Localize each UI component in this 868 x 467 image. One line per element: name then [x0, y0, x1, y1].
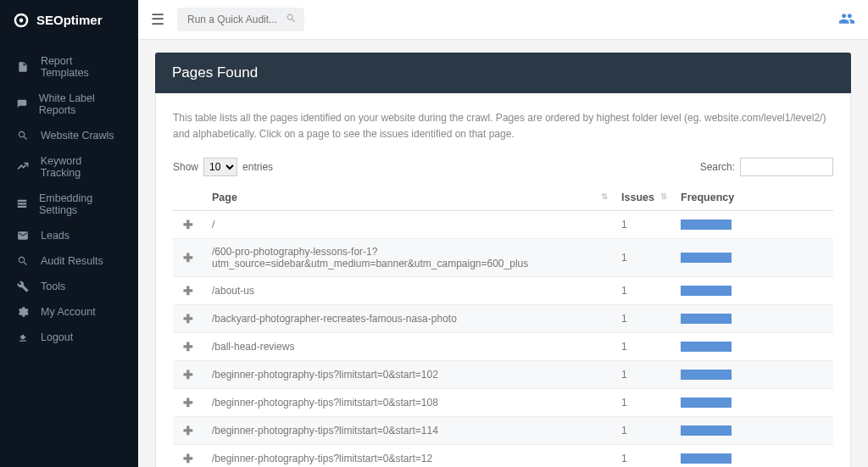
my-account-icon [15, 306, 31, 318]
sidebar-item-my-account[interactable]: My Account [0, 299, 138, 325]
cell-issues: 1 [613, 417, 672, 445]
cell-frequency [672, 239, 833, 277]
logo-icon [13, 12, 30, 29]
sidebar-item-label: Report Templates [41, 55, 123, 79]
website-crawls-icon [15, 130, 31, 142]
cell-page: /backyard-photographer-recreates-famous-… [203, 305, 613, 333]
page-title: Pages Found [155, 53, 851, 93]
page-size-select[interactable]: 10 [203, 158, 237, 176]
table-row[interactable]: ✚/1 [173, 211, 833, 239]
cell-frequency [672, 361, 833, 389]
cell-frequency [672, 211, 833, 239]
sidebar-item-keyword-tracking[interactable]: Keyword Tracking [0, 148, 138, 186]
table-row[interactable]: ✚/about-us1 [173, 277, 833, 305]
sidebar-item-label: Website Crawls [41, 130, 114, 142]
table-row[interactable]: ✚/beginner-photography-tips?limitstart=0… [173, 389, 833, 417]
cell-page: /ball-head-reviews [203, 333, 613, 361]
frequency-bar [681, 314, 732, 324]
col-issues[interactable]: Issues [613, 185, 672, 211]
table-row[interactable]: ✚/600-pro-photography-lessons-for-1?utm_… [173, 239, 833, 277]
frequency-bar [681, 220, 732, 230]
expand-row-icon[interactable]: ✚ [183, 251, 193, 264]
frequency-bar [681, 253, 732, 263]
users-icon[interactable] [838, 10, 855, 30]
tools-icon [15, 281, 31, 292]
expand-row-icon[interactable]: ✚ [183, 368, 193, 381]
sidebar-item-label: Tools [41, 281, 65, 292]
white-label-reports-icon [15, 98, 29, 110]
logo-text: SEOptimer [36, 13, 103, 27]
table-search-input[interactable] [740, 158, 833, 176]
cell-issues: 1 [613, 211, 672, 239]
sidebar-item-label: Audit Results [41, 255, 103, 267]
cell-issues: 1 [613, 389, 672, 417]
leads-icon [15, 230, 31, 242]
sidebar-item-label: Keyword Tracking [41, 155, 123, 179]
frequency-bar [681, 342, 732, 352]
cell-page: / [203, 211, 613, 239]
cell-frequency [672, 333, 833, 361]
cell-page: /beginner-photography-tips?limitstart=0&… [203, 389, 613, 417]
table-row[interactable]: ✚/ball-head-reviews1 [173, 333, 833, 361]
sidebar-item-label: Leads [41, 230, 70, 242]
frequency-bar [681, 286, 732, 296]
sidebar-item-white-label-reports[interactable]: White Label Reports [0, 86, 138, 123]
sidebar-item-label: Logout [41, 331, 73, 343]
cell-frequency [672, 305, 833, 333]
cell-frequency [672, 389, 833, 417]
frequency-bar [681, 453, 732, 464]
cell-issues: 1 [613, 445, 672, 467]
sidebar-item-report-templates[interactable]: Report Templates [0, 48, 138, 86]
entries-label: entries [242, 161, 273, 173]
table-row[interactable]: ✚/backyard-photographer-recreates-famous… [173, 305, 833, 333]
expand-row-icon[interactable]: ✚ [183, 396, 193, 409]
cell-issues: 1 [613, 361, 672, 389]
col-frequency[interactable]: Frequency [672, 185, 833, 211]
embedding-settings-icon [15, 198, 29, 210]
expand-row-icon[interactable]: ✚ [183, 218, 193, 231]
sidebar-item-embedding-settings[interactable]: Embedding Settings [0, 186, 138, 223]
sidebar-item-tools[interactable]: Tools [0, 274, 138, 299]
audit-results-icon [15, 255, 31, 267]
table-row[interactable]: ✚/beginner-photography-tips?limitstart=0… [173, 445, 833, 467]
cell-issues: 1 [613, 277, 672, 305]
col-expand [173, 185, 203, 211]
cell-page: /about-us [203, 277, 613, 305]
brand-logo: SEOptimer [0, 0, 138, 40]
search-icon[interactable] [286, 13, 297, 26]
frequency-bar [681, 398, 732, 408]
sidebar-item-label: White Label Reports [39, 92, 123, 116]
logout-icon [15, 331, 31, 343]
expand-row-icon[interactable]: ✚ [183, 424, 193, 437]
sidebar-item-website-crawls[interactable]: Website Crawls [0, 123, 138, 148]
page-description: This table lists all the pages identifie… [173, 110, 833, 142]
search-label: Search: [700, 161, 735, 173]
sidebar-item-label: Embedding Settings [39, 192, 123, 216]
sidebar-item-label: My Account [41, 306, 96, 318]
cell-page: /beginner-photography-tips?limitstart=0&… [203, 361, 613, 389]
cell-issues: 1 [613, 305, 672, 333]
expand-row-icon[interactable]: ✚ [183, 312, 193, 325]
expand-row-icon[interactable]: ✚ [183, 284, 193, 297]
report-templates-icon [15, 61, 31, 73]
cell-page: /600-pro-photography-lessons-for-1?utm_s… [203, 239, 613, 277]
cell-frequency [672, 277, 833, 305]
cell-page: /beginner-photography-tips?limitstart=0&… [203, 417, 613, 445]
cell-frequency [672, 445, 833, 467]
cell-issues: 1 [613, 239, 672, 277]
keyword-tracking-icon [15, 161, 31, 173]
cell-frequency [672, 417, 833, 445]
frequency-bar [681, 370, 732, 380]
show-label: Show [173, 161, 198, 173]
cell-issues: 1 [613, 333, 672, 361]
menu-toggle-icon[interactable]: ☰ [151, 10, 164, 29]
table-row[interactable]: ✚/beginner-photography-tips?limitstart=0… [173, 361, 833, 389]
sidebar-item-leads[interactable]: Leads [0, 223, 138, 248]
cell-page: /beginner-photography-tips?limitstart=0&… [203, 445, 613, 467]
sidebar-item-audit-results[interactable]: Audit Results [0, 248, 138, 274]
sidebar-item-logout[interactable]: Logout [0, 325, 138, 350]
expand-row-icon[interactable]: ✚ [183, 340, 193, 353]
col-page[interactable]: Page [203, 185, 613, 211]
expand-row-icon[interactable]: ✚ [183, 452, 193, 465]
table-row[interactable]: ✚/beginner-photography-tips?limitstart=0… [173, 417, 833, 445]
